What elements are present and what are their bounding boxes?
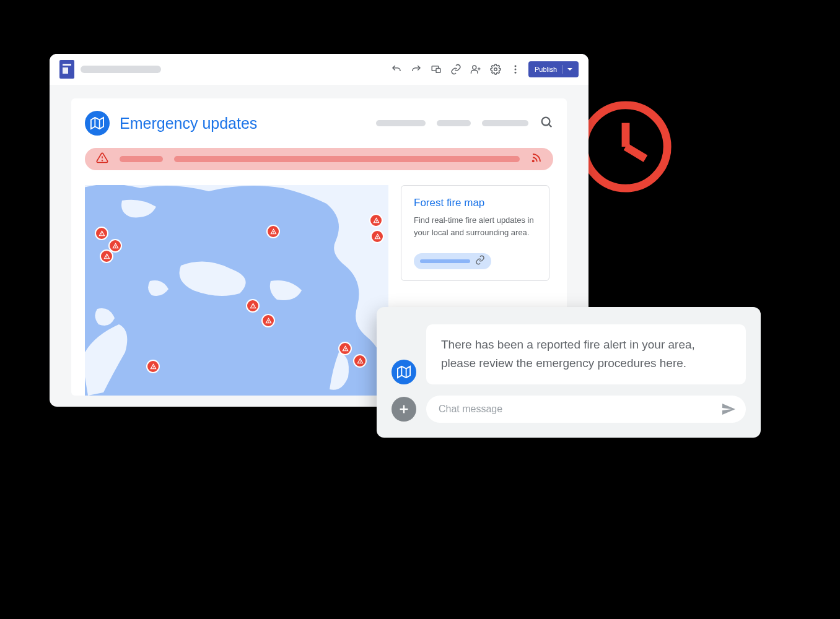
publish-label: Publish [535, 66, 557, 73]
document-title-placeholder [81, 66, 161, 73]
fire-pin[interactable] [370, 230, 384, 243]
svg-point-5 [473, 66, 476, 69]
link-icon[interactable] [449, 63, 463, 76]
chat-bubble: There has been a reported fire alert in … [426, 324, 746, 384]
fire-map[interactable] [85, 185, 388, 396]
sites-app-icon [59, 60, 74, 79]
nav-item-placeholder [482, 120, 528, 126]
nav-item-placeholder [437, 120, 471, 126]
redo-icon[interactable] [409, 63, 423, 76]
fire-pin[interactable] [369, 214, 383, 227]
more-icon[interactable] [509, 63, 522, 76]
page-title: Emergency updates [120, 115, 257, 132]
chat-avatar-map-icon [392, 360, 416, 384]
link-chip[interactable] [414, 253, 491, 269]
toolbar: Publish [50, 54, 588, 85]
card-title: Forest fire map [414, 197, 536, 209]
preview-icon[interactable] [429, 63, 443, 76]
chat-message-input[interactable] [439, 404, 721, 415]
link-icon [475, 255, 485, 267]
publish-button[interactable]: Publish [528, 61, 579, 77]
svg-point-8 [494, 68, 497, 71]
chat-widget: There has been a reported fire alert in … [377, 307, 761, 438]
svg-point-9 [514, 65, 516, 67]
svg-marker-12 [91, 118, 103, 129]
fire-pin[interactable] [95, 227, 108, 240]
send-icon[interactable] [721, 402, 736, 417]
nav-item-placeholder [376, 120, 426, 126]
chat-input-container [426, 396, 746, 423]
share-icon[interactable] [469, 63, 483, 76]
rss-icon[interactable] [531, 152, 542, 166]
fire-pin[interactable] [353, 354, 367, 368]
chat-input-row [392, 396, 746, 423]
fire-pin[interactable] [100, 249, 113, 263]
nav-placeholders [376, 115, 553, 131]
svg-point-18 [102, 160, 103, 161]
card-description: Find real-time fire alert updates in you… [414, 214, 536, 238]
svg-point-11 [514, 72, 516, 74]
svg-rect-4 [436, 69, 440, 73]
undo-icon[interactable] [390, 63, 403, 76]
fire-pin[interactable] [266, 225, 280, 238]
svg-point-15 [542, 118, 550, 126]
search-icon[interactable] [540, 115, 553, 131]
fire-pin[interactable] [338, 342, 352, 355]
fire-pin[interactable] [146, 360, 160, 373]
settings-icon[interactable] [489, 63, 502, 76]
page-header: Emergency updates [85, 111, 553, 136]
svg-point-10 [514, 69, 516, 71]
fire-pin[interactable] [246, 299, 260, 313]
alert-text-placeholder [120, 156, 163, 162]
alert-text-placeholder [174, 156, 520, 162]
svg-line-2 [626, 147, 645, 158]
add-button[interactable] [392, 397, 416, 422]
svg-point-19 [533, 160, 534, 162]
fire-pin[interactable] [261, 314, 275, 327]
chat-message-row: There has been a reported fire alert in … [392, 324, 746, 384]
clock-decoration [576, 97, 675, 196]
alert-banner [85, 148, 553, 170]
forest-fire-card: Forest fire map Find real-time fire aler… [401, 185, 549, 281]
chevron-down-icon [567, 68, 572, 71]
map-icon [85, 111, 110, 136]
svg-marker-42 [398, 366, 410, 378]
warning-icon [96, 152, 108, 167]
svg-line-16 [549, 124, 552, 128]
link-text-placeholder [420, 259, 470, 263]
